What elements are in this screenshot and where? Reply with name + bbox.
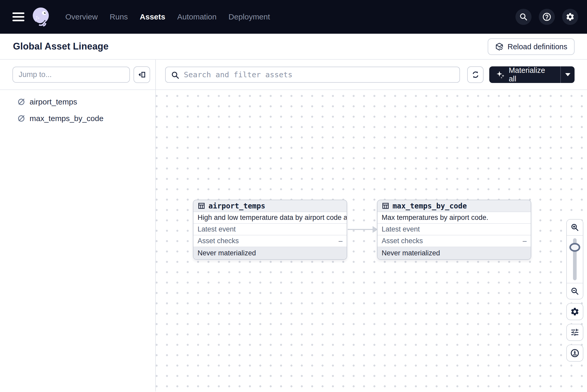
code-location-reload-icon <box>495 42 504 51</box>
help-icon <box>542 12 551 22</box>
asset-node-description: Max temperatures by airport code. <box>378 212 531 224</box>
hamburger-menu-icon[interactable] <box>12 10 24 23</box>
graph-settings-button[interactable] <box>566 303 583 320</box>
materialize-all-button[interactable]: Materialize all <box>489 66 560 83</box>
reload-definitions-label: Reload definitions <box>507 43 567 51</box>
materialize-options-dropdown[interactable] <box>560 66 575 83</box>
materialize-all-label: Materialize all <box>509 66 554 83</box>
nav-item-overview[interactable]: Overview <box>65 12 98 21</box>
graph-filters-button[interactable] <box>566 324 583 341</box>
search-icon <box>519 12 528 21</box>
asset-list: airport_temps max_temps_by_code <box>0 90 155 127</box>
asset-node-name: airport_temps <box>208 202 265 210</box>
gear-icon <box>570 307 579 316</box>
tune-filters-icon <box>570 328 579 337</box>
collapse-sidebar-button[interactable] <box>134 66 150 83</box>
zoom-out-button[interactable] <box>567 283 583 299</box>
sidebar-item-airport-temps[interactable]: airport_temps <box>0 94 155 110</box>
refresh-icon <box>471 70 480 79</box>
asset-node-airport-temps[interactable]: airport_temps High and low temperature d… <box>193 200 347 260</box>
asset-name: airport_temps <box>30 97 77 106</box>
asset-node-header: airport_temps <box>193 200 347 212</box>
collapse-panel-icon <box>137 70 146 79</box>
never-materialized-icon <box>17 114 25 123</box>
never-materialized-icon <box>17 98 25 106</box>
asset-node-latest-event-row: Latest event <box>193 224 347 235</box>
table-icon <box>198 202 205 210</box>
asset-checks-value: – <box>339 237 343 245</box>
asset-name: max_temps_by_code <box>30 114 103 123</box>
zoom-out-icon <box>570 287 579 296</box>
zoom-slider[interactable] <box>567 236 583 283</box>
page-title: Global Asset Lineage <box>13 41 109 52</box>
page-header: Global Asset Lineage Reload definitions <box>0 34 587 60</box>
asset-node-description: High and low temperature data by airport… <box>193 212 347 224</box>
asset-node-status: Never materialized <box>378 247 531 259</box>
asset-checks-label: Asset checks <box>382 237 423 245</box>
top-nav: Overview Runs Assets Automation Deployme… <box>0 0 587 34</box>
dagster-logo-icon[interactable] <box>30 6 52 28</box>
asset-sidebar: airport_temps max_temps_by_code <box>0 60 156 391</box>
asset-search-box <box>165 67 460 83</box>
asset-node-header: max_temps_by_code <box>378 200 531 212</box>
refresh-button[interactable] <box>467 66 484 83</box>
jump-to-input[interactable] <box>12 67 130 83</box>
gear-icon <box>565 12 575 22</box>
materialize-all-button-group: Materialize all <box>489 66 575 83</box>
search-button[interactable] <box>515 9 532 25</box>
primary-nav: Overview Runs Assets Automation Deployme… <box>65 12 270 21</box>
nav-item-assets[interactable]: Assets <box>140 12 165 21</box>
asset-node-latest-event-row: Latest event <box>378 224 531 235</box>
asset-node-name: max_temps_by_code <box>393 202 467 210</box>
zoom-slider-thumb[interactable] <box>569 243 580 252</box>
nav-item-runs[interactable]: Runs <box>110 12 128 21</box>
lineage-toolbar: Materialize all <box>156 60 587 90</box>
asset-node-checks-row: Asset checks – <box>193 235 347 247</box>
download-icon <box>570 348 579 358</box>
sidebar-item-max-temps-by-code[interactable]: max_temps_by_code <box>0 110 155 127</box>
help-button[interactable] <box>539 9 555 25</box>
latest-event-label: Latest event <box>198 225 236 233</box>
reload-definitions-button[interactable]: Reload definitions <box>488 38 575 55</box>
graph-controls <box>566 219 583 362</box>
sparkle-icon <box>496 70 505 79</box>
nav-item-deployment[interactable]: Deployment <box>228 12 270 21</box>
latest-event-label: Latest event <box>382 225 420 233</box>
asset-node-checks-row: Asset checks – <box>378 235 531 247</box>
search-filter-assets-input[interactable] <box>166 67 459 82</box>
download-image-button[interactable] <box>566 345 583 362</box>
asset-node-max-temps-by-code[interactable]: max_temps_by_code Max temperatures by ai… <box>377 200 531 260</box>
zoom-in-button[interactable] <box>567 220 583 236</box>
sidebar-toolbar <box>0 60 155 90</box>
search-icon <box>171 71 180 80</box>
nav-item-automation[interactable]: Automation <box>177 12 216 21</box>
zoom-in-icon <box>570 223 579 232</box>
user-settings-button[interactable] <box>562 9 578 25</box>
chevron-down-icon <box>565 73 570 76</box>
asset-checks-value: – <box>523 237 527 245</box>
lineage-canvas[interactable]: airport_temps High and low temperature d… <box>156 90 587 391</box>
asset-checks-label: Asset checks <box>198 237 239 245</box>
asset-node-status: Never materialized <box>193 247 347 259</box>
table-icon <box>382 202 389 210</box>
